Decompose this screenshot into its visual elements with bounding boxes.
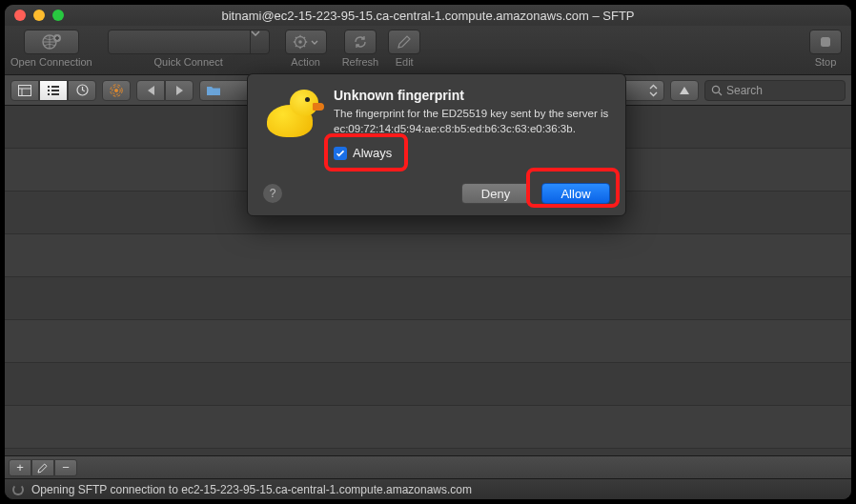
action-group: Action	[285, 30, 327, 68]
quick-connect-combo[interactable]	[108, 30, 270, 54]
svg-line-11	[304, 37, 305, 38]
svg-rect-21	[51, 93, 59, 95]
allow-label: Allow	[560, 187, 590, 201]
svg-line-27	[719, 92, 722, 95]
svg-rect-16	[48, 86, 50, 88]
list-row[interactable]	[5, 363, 851, 406]
chevron-down-icon	[251, 30, 260, 36]
help-icon: ?	[270, 187, 276, 200]
stop-button[interactable]	[809, 30, 842, 54]
nav-back-button[interactable]	[136, 80, 165, 101]
chevron-down-icon	[311, 40, 318, 45]
stop-label: Stop	[815, 56, 837, 68]
window-controls	[5, 10, 64, 21]
remove-bookmark-button[interactable]: −	[54, 459, 77, 476]
svg-line-9	[304, 46, 305, 47]
deny-button[interactable]: Deny	[461, 183, 530, 204]
status-text: Opening SFTP connection to ec2-15-223-95…	[31, 483, 472, 496]
action-button[interactable]	[285, 30, 327, 54]
quick-connect-label: Quick Connect	[154, 56, 223, 68]
bonjour-icon	[110, 84, 123, 97]
app-icon	[263, 88, 320, 145]
dialog-title: Unknown fingerprint	[334, 88, 610, 103]
list-row[interactable]	[5, 234, 851, 277]
checkmark-icon	[336, 149, 345, 158]
list-row[interactable]	[5, 277, 851, 320]
titlebar: bitnami@ec2-15-223-95-15.ca-central-1.co…	[5, 5, 851, 26]
svg-line-10	[296, 46, 296, 47]
edit-button[interactable]	[388, 30, 420, 54]
search-icon	[711, 85, 723, 96]
view-mode-segment	[10, 80, 96, 101]
list-row[interactable]	[5, 406, 851, 449]
minimize-window-button[interactable]	[33, 10, 45, 21]
path-chevrons	[649, 84, 658, 97]
quick-connect-dropdown-icon	[250, 30, 269, 53]
stop-group: Stop	[809, 30, 842, 68]
always-label: Always	[353, 146, 392, 160]
clock-icon	[76, 84, 89, 96]
open-connection-button[interactable]	[24, 30, 79, 54]
bottom-toolbar: + −	[5, 455, 851, 478]
search-field[interactable]: Search	[704, 80, 846, 101]
globe-plus-icon	[41, 33, 62, 50]
triangle-up-icon	[680, 87, 689, 94]
add-bookmark-button[interactable]: +	[9, 459, 31, 476]
list-row[interactable]	[5, 320, 851, 363]
status-bar: Opening SFTP connection to ec2-15-223-95…	[5, 478, 851, 499]
nav-segment	[136, 80, 194, 101]
app-window: bitnami@ec2-15-223-95-15.ca-central-1.co…	[4, 4, 852, 500]
svg-point-23	[114, 89, 118, 92]
quick-connect-group: Quick Connect	[108, 30, 270, 68]
svg-rect-17	[48, 90, 50, 91]
svg-point-3	[298, 40, 302, 44]
help-button[interactable]: ?	[263, 184, 282, 203]
view-history-button[interactable]	[68, 80, 96, 101]
folder-icon	[206, 85, 221, 96]
svg-point-26	[712, 86, 719, 92]
refresh-group: Refresh	[342, 30, 379, 68]
go-up-button[interactable]	[670, 80, 699, 101]
refresh-icon	[353, 34, 368, 50]
main-toolbar: Open Connection Quick Connect Action Ref…	[5, 26, 851, 75]
edit-bookmark-button[interactable]	[31, 459, 54, 476]
close-window-button[interactable]	[14, 10, 26, 21]
svg-rect-12	[821, 37, 830, 47]
action-label: Action	[291, 56, 320, 68]
pencil-icon	[37, 462, 49, 474]
allow-button[interactable]: Allow	[541, 183, 610, 204]
zoom-window-button[interactable]	[52, 10, 64, 21]
svg-rect-18	[48, 93, 50, 95]
bonjour-button[interactable]	[102, 80, 131, 101]
fingerprint-dialog: Unknown fingerprint The fingerprint for …	[247, 73, 626, 216]
plus-icon: +	[16, 460, 24, 474]
open-connection-group: Open Connection	[10, 30, 92, 68]
triangle-left-icon	[147, 86, 155, 95]
outline-view-icon	[18, 85, 31, 96]
open-connection-label: Open Connection	[10, 56, 92, 68]
edit-group: Edit	[388, 30, 420, 68]
pencil-icon	[397, 34, 412, 50]
stop-icon	[819, 35, 832, 49]
refresh-label: Refresh	[342, 56, 379, 68]
dialog-message: The fingerprint for the ED25519 key sent…	[334, 107, 610, 136]
nav-forward-button[interactable]	[165, 80, 194, 101]
refresh-button[interactable]	[344, 30, 377, 54]
view-outline-button[interactable]	[10, 80, 39, 101]
view-list-button[interactable]	[39, 80, 68, 101]
minus-icon: −	[62, 460, 70, 474]
spinner-icon	[12, 484, 24, 495]
deny-label: Deny	[481, 187, 510, 201]
chevron-updown-icon	[649, 84, 658, 97]
list-view-icon	[47, 85, 60, 96]
svg-rect-19	[51, 86, 59, 88]
always-checkbox[interactable]	[334, 147, 347, 160]
triangle-right-icon	[175, 86, 184, 95]
edit-label: Edit	[396, 56, 414, 68]
search-placeholder: Search	[726, 84, 763, 97]
svg-rect-20	[51, 90, 59, 91]
svg-line-8	[296, 37, 296, 38]
svg-rect-13	[19, 85, 31, 95]
always-checkbox-row[interactable]: Always	[334, 146, 610, 160]
window-title: bitnami@ec2-15-223-95-15.ca-central-1.co…	[5, 9, 851, 23]
